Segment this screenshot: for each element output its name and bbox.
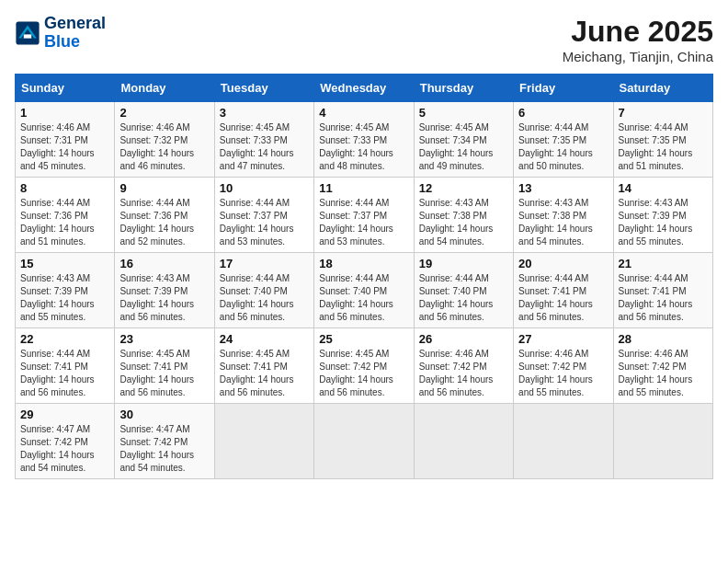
day-info: Sunrise: 4:44 AM Sunset: 7:40 PM Dayligh…	[419, 272, 508, 324]
day-info: Sunrise: 4:44 AM Sunset: 7:41 PM Dayligh…	[20, 348, 109, 399]
calendar-cell	[214, 404, 313, 479]
calendar-cell: 9Sunrise: 4:44 AM Sunset: 7:36 PM Daylig…	[115, 178, 214, 253]
calendar-cell: 7Sunrise: 4:44 AM Sunset: 7:35 PM Daylig…	[613, 102, 712, 178]
day-header-tuesday: Tuesday	[214, 75, 313, 102]
calendar-cell: 23Sunrise: 4:45 AM Sunset: 7:41 PM Dayli…	[115, 328, 214, 404]
day-number: 26	[419, 332, 508, 346]
day-info: Sunrise: 4:43 AM Sunset: 7:39 PM Dayligh…	[619, 197, 708, 248]
header: General Blue June 2025 Meichang, Tianjin…	[15, 15, 713, 64]
calendar-cell: 16Sunrise: 4:43 AM Sunset: 7:39 PM Dayli…	[115, 253, 214, 328]
calendar-cell: 4Sunrise: 4:45 AM Sunset: 7:33 PM Daylig…	[314, 102, 414, 178]
day-info: Sunrise: 4:44 AM Sunset: 7:40 PM Dayligh…	[319, 272, 408, 324]
day-number: 13	[518, 181, 608, 195]
calendar-cell: 6Sunrise: 4:44 AM Sunset: 7:35 PM Daylig…	[514, 102, 613, 178]
day-number: 4	[319, 106, 408, 120]
day-info: Sunrise: 4:45 AM Sunset: 7:34 PM Dayligh…	[419, 121, 508, 173]
day-header-thursday: Thursday	[414, 75, 513, 102]
calendar-cell: 8Sunrise: 4:44 AM Sunset: 7:36 PM Daylig…	[16, 178, 115, 253]
day-info: Sunrise: 4:44 AM Sunset: 7:37 PM Dayligh…	[220, 197, 309, 248]
calendar-cell: 11Sunrise: 4:44 AM Sunset: 7:37 PM Dayli…	[314, 178, 414, 253]
day-number: 5	[419, 106, 508, 120]
day-info: Sunrise: 4:46 AM Sunset: 7:31 PM Dayligh…	[20, 121, 109, 173]
week-row-1: 1Sunrise: 4:46 AM Sunset: 7:31 PM Daylig…	[16, 102, 713, 178]
calendar-cell: 29Sunrise: 4:47 AM Sunset: 7:42 PM Dayli…	[16, 404, 115, 479]
day-number: 30	[119, 408, 209, 421]
day-number: 19	[419, 257, 508, 270]
calendar-cell: 17Sunrise: 4:44 AM Sunset: 7:40 PM Dayli…	[214, 253, 313, 328]
day-info: Sunrise: 4:45 AM Sunset: 7:33 PM Dayligh…	[319, 121, 408, 173]
day-info: Sunrise: 4:46 AM Sunset: 7:42 PM Dayligh…	[518, 348, 608, 399]
day-number: 6	[518, 106, 608, 120]
day-header-wednesday: Wednesday	[314, 75, 414, 102]
day-info: Sunrise: 4:43 AM Sunset: 7:39 PM Dayligh…	[119, 272, 209, 324]
week-row-3: 15Sunrise: 4:43 AM Sunset: 7:39 PM Dayli…	[16, 253, 713, 328]
day-info: Sunrise: 4:47 AM Sunset: 7:42 PM Dayligh…	[119, 423, 209, 475]
calendar-cell: 3Sunrise: 4:45 AM Sunset: 7:33 PM Daylig…	[214, 102, 313, 178]
day-number: 7	[619, 106, 708, 120]
day-number: 11	[319, 181, 408, 195]
calendar-cell: 25Sunrise: 4:45 AM Sunset: 7:42 PM Dayli…	[314, 328, 414, 404]
day-number: 22	[20, 332, 109, 346]
day-info: Sunrise: 4:44 AM Sunset: 7:35 PM Dayligh…	[518, 121, 608, 173]
day-info: Sunrise: 4:44 AM Sunset: 7:40 PM Dayligh…	[220, 272, 309, 324]
day-number: 18	[319, 257, 408, 270]
calendar-cell: 1Sunrise: 4:46 AM Sunset: 7:31 PM Daylig…	[16, 102, 115, 178]
day-info: Sunrise: 4:43 AM Sunset: 7:38 PM Dayligh…	[419, 197, 508, 248]
week-row-2: 8Sunrise: 4:44 AM Sunset: 7:36 PM Daylig…	[16, 178, 713, 253]
day-info: Sunrise: 4:45 AM Sunset: 7:41 PM Dayligh…	[220, 348, 309, 399]
calendar-cell: 27Sunrise: 4:46 AM Sunset: 7:42 PM Dayli…	[514, 328, 613, 404]
day-header-sunday: Sunday	[16, 75, 115, 102]
day-number: 1	[20, 106, 109, 120]
day-info: Sunrise: 4:45 AM Sunset: 7:42 PM Dayligh…	[319, 348, 408, 399]
week-row-4: 22Sunrise: 4:44 AM Sunset: 7:41 PM Dayli…	[16, 328, 713, 404]
calendar-cell: 19Sunrise: 4:44 AM Sunset: 7:40 PM Dayli…	[414, 253, 513, 328]
day-number: 2	[119, 106, 209, 120]
day-info: Sunrise: 4:43 AM Sunset: 7:38 PM Dayligh…	[518, 197, 608, 248]
day-number: 17	[220, 257, 309, 270]
day-header-friday: Friday	[514, 75, 613, 102]
calendar-cell	[414, 404, 513, 479]
day-header-row: SundayMondayTuesdayWednesdayThursdayFrid…	[16, 75, 713, 102]
day-info: Sunrise: 4:43 AM Sunset: 7:39 PM Dayligh…	[20, 272, 109, 324]
title-area: June 2025 Meichang, Tianjin, China	[563, 15, 713, 64]
day-number: 16	[119, 257, 209, 270]
day-number: 15	[20, 257, 109, 270]
logo-icon	[15, 20, 40, 46]
day-number: 28	[619, 332, 708, 346]
calendar-cell: 22Sunrise: 4:44 AM Sunset: 7:41 PM Dayli…	[16, 328, 115, 404]
day-header-saturday: Saturday	[613, 75, 712, 102]
calendar-cell	[314, 404, 414, 479]
day-info: Sunrise: 4:44 AM Sunset: 7:35 PM Dayligh…	[619, 121, 708, 173]
calendar-cell	[514, 404, 613, 479]
calendar-cell: 5Sunrise: 4:45 AM Sunset: 7:34 PM Daylig…	[414, 102, 513, 178]
day-info: Sunrise: 4:44 AM Sunset: 7:41 PM Dayligh…	[518, 272, 608, 324]
calendar-cell	[613, 404, 712, 479]
calendar-cell: 26Sunrise: 4:46 AM Sunset: 7:42 PM Dayli…	[414, 328, 513, 404]
calendar-cell: 24Sunrise: 4:45 AM Sunset: 7:41 PM Dayli…	[214, 328, 313, 404]
calendar-cell: 21Sunrise: 4:44 AM Sunset: 7:41 PM Dayli…	[613, 253, 712, 328]
calendar-cell: 20Sunrise: 4:44 AM Sunset: 7:41 PM Dayli…	[514, 253, 613, 328]
day-info: Sunrise: 4:45 AM Sunset: 7:33 PM Dayligh…	[220, 121, 309, 173]
calendar-cell: 30Sunrise: 4:47 AM Sunset: 7:42 PM Dayli…	[115, 404, 214, 479]
day-number: 24	[220, 332, 309, 346]
svg-rect-3	[24, 34, 31, 38]
day-number: 29	[20, 408, 109, 421]
day-info: Sunrise: 4:44 AM Sunset: 7:37 PM Dayligh…	[319, 197, 408, 248]
calendar-cell: 2Sunrise: 4:46 AM Sunset: 7:32 PM Daylig…	[115, 102, 214, 178]
calendar-cell: 10Sunrise: 4:44 AM Sunset: 7:37 PM Dayli…	[214, 178, 313, 253]
day-info: Sunrise: 4:47 AM Sunset: 7:42 PM Dayligh…	[20, 423, 109, 475]
day-info: Sunrise: 4:46 AM Sunset: 7:42 PM Dayligh…	[619, 348, 708, 399]
day-number: 10	[220, 181, 309, 195]
day-number: 23	[119, 332, 209, 346]
day-info: Sunrise: 4:44 AM Sunset: 7:41 PM Dayligh…	[619, 272, 708, 324]
calendar-cell: 13Sunrise: 4:43 AM Sunset: 7:38 PM Dayli…	[514, 178, 613, 253]
calendar-cell: 12Sunrise: 4:43 AM Sunset: 7:38 PM Dayli…	[414, 178, 513, 253]
day-header-monday: Monday	[115, 75, 214, 102]
day-number: 9	[119, 181, 209, 195]
day-info: Sunrise: 4:46 AM Sunset: 7:32 PM Dayligh…	[119, 121, 209, 173]
day-number: 3	[220, 106, 309, 120]
calendar-cell: 15Sunrise: 4:43 AM Sunset: 7:39 PM Dayli…	[16, 253, 115, 328]
calendar-table: SundayMondayTuesdayWednesdayThursdayFrid…	[15, 74, 713, 479]
week-row-5: 29Sunrise: 4:47 AM Sunset: 7:42 PM Dayli…	[16, 404, 713, 479]
day-number: 21	[619, 257, 708, 270]
